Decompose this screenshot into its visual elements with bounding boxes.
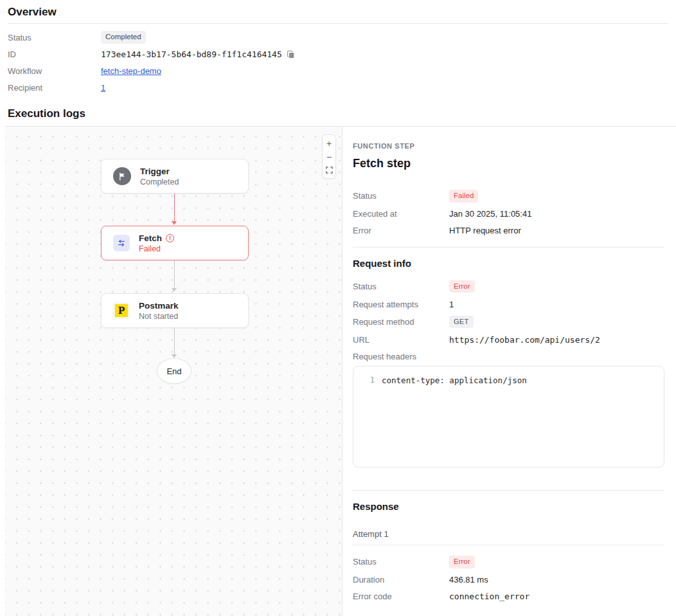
fetch-node-title: Fetch [139,233,162,243]
response-title: Response [353,501,664,512]
overview-rows: Status Completed ID 173ee144-3b17-5b64-b… [8,29,668,96]
edge-trigger-fetch [174,194,175,222]
overview-recipient-row: Recipient 1 [8,79,668,96]
edge-fetch-postmark [174,260,175,289]
step-title: Fetch step [353,157,664,170]
overview-title: Overview [8,0,668,23]
postmark-logo-icon: P [113,302,130,319]
divider [353,545,664,545]
error-label: Error [353,226,449,235]
postmark-node[interactable]: P Postmark Not started [101,293,249,328]
error-value: HTTP request error [449,226,521,235]
recipient-label: Recipient [8,83,101,93]
overview-section: Overview Status Completed ID 173ee144-3b… [0,0,676,96]
flag-icon [113,167,131,185]
response-status-row: Status Error [353,556,664,568]
response-status-badge: Error [449,556,475,568]
request-attempts-label: Request attempts [353,300,449,309]
attempt-label: Attempt 1 [353,529,664,539]
code-content: content-type: application/json [382,375,527,386]
step-status-badge: Failed [449,190,478,203]
overview-id-row: ID 173ee144-3b17-5b64-bd89-f1f1c4164145 [8,46,668,62]
arrowhead [172,288,177,292]
step-summary-rows: Status Failed Executed at Jan 30 2025, 1… [353,190,664,236]
status-label: Status [353,191,449,201]
execution-logs-body: + − Trigger Completed Fetch [5,126,676,616]
duration-value: 436.81 ms [449,575,488,584]
step-status-row: Status Failed [353,190,664,203]
fetch-node[interactable]: Fetch ! Failed [101,226,249,260]
overview-workflow-row: Workflow fetch-step-demo [8,62,668,79]
executed-at-row: Executed at Jan 30 2025, 11:05:41 [353,209,664,219]
request-attempts-value: 1 [449,300,454,309]
end-node[interactable]: End [157,358,191,384]
status-badge: Completed [101,31,146,44]
status-label: Status [353,557,449,566]
postmark-logo-letter: P [115,304,128,317]
executed-at-label: Executed at [353,209,449,219]
request-status-row: Status Error [353,280,664,293]
response-rows: Status Error Duration 436.81 ms Error co… [353,556,664,602]
copy-icon[interactable] [287,50,295,59]
fetch-node-status: Failed [139,244,174,253]
postmark-node-status: Not started [139,312,179,321]
recipient-link[interactable]: 1 [101,83,105,93]
request-headers-label: Request headers [353,352,449,361]
arrowhead [172,221,177,225]
trigger-node-status: Completed [140,177,179,186]
request-attempts-row: Request attempts 1 [353,299,664,309]
fit-view-icon [326,167,333,174]
request-status-badge: Error [449,280,475,293]
trigger-node-title: Trigger [140,167,179,176]
status-label: Status [8,33,101,42]
zoom-out-button[interactable]: − [323,150,335,163]
error-warning-icon: ! [166,234,174,242]
status-label: Status [353,282,449,291]
edge-postmark-end [174,328,175,355]
error-code-value: connection_error [449,592,529,601]
url-label: URL [353,335,449,345]
canvas-zoom-controls: + − [322,134,336,179]
duration-row: Duration 436.81 ms [353,575,664,585]
executed-at-value: Jan 30 2025, 11:05:41 [449,209,531,219]
divider [8,23,668,24]
workflow-label: Workflow [8,66,101,76]
trigger-node[interactable]: Trigger Completed [101,159,249,194]
fit-view-button[interactable] [323,163,335,177]
workflow-canvas[interactable]: + − Trigger Completed Fetch [5,127,342,616]
id-label: ID [8,50,101,59]
divider [353,490,664,491]
url-value: https://foobar.com/api/users/2 [449,335,600,345]
url-row: URL https://foobar.com/api/users/2 [353,334,664,345]
zoom-in-button[interactable]: + [323,136,335,150]
request-info-rows: Status Error Request attempts 1 Request … [353,280,664,362]
request-method-row: Request method GET [353,316,664,328]
workflow-link[interactable]: fetch-step-demo [101,66,161,76]
request-method-label: Request method [353,317,449,327]
request-method-badge: GET [449,316,474,328]
line-number: 1 [353,375,382,386]
step-type-label: FUNCTION STEP [353,142,664,150]
execution-logs-title: Execution logs [8,107,668,120]
transaction-id: 173ee144-3b17-5b64-bd89-f1f1c4164145 [101,50,282,59]
error-code-label: Error code [353,592,449,601]
request-info-title: Request info [353,258,664,269]
overview-status-row: Status Completed [8,29,668,46]
request-headers-row: Request headers [353,351,664,361]
step-detail-panel: FUNCTION STEP Fetch step Status Failed E… [342,127,676,616]
error-row: Error HTTP request error [353,226,664,236]
error-code-row: Error code connection_error [353,592,664,602]
request-headers-code-block[interactable]: 1 content-type: application/json [353,366,664,467]
postmark-node-title: Postmark [139,301,179,311]
divider [353,247,664,248]
duration-label: Duration [353,575,449,584]
code-line: 1 content-type: application/json [353,375,664,386]
swap-arrows-icon [113,235,130,251]
